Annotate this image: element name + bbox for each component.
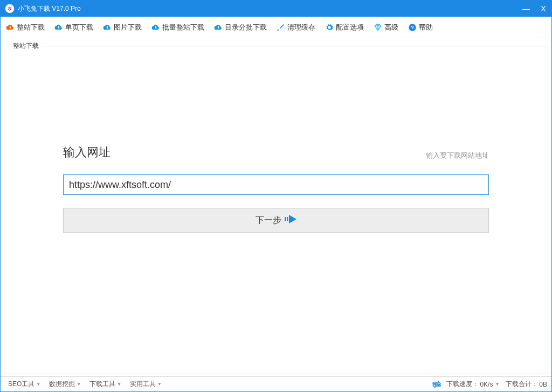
- help-icon: ?: [408, 23, 417, 32]
- toolbar-help[interactable]: ?帮助: [408, 23, 433, 32]
- toolbar-label: 图片下载: [114, 23, 142, 32]
- toolbar-advanced[interactable]: 高级: [374, 23, 398, 32]
- status-menu-download-tools[interactable]: 下载工具▼: [86, 380, 125, 389]
- toolbar-clear-cache[interactable]: 清理缓存: [277, 23, 315, 32]
- svg-point-1: [8, 9, 9, 10]
- url-label: 输入网址: [63, 144, 111, 160]
- status-menu-label: SEO工具: [8, 380, 34, 389]
- next-button[interactable]: 下一步: [63, 208, 489, 233]
- panel-title: 整站下载: [10, 41, 42, 51]
- download-panel: 整站下载 输入网址 输入要下载网站地址 下一步: [4, 46, 548, 374]
- brush-icon: [277, 23, 285, 32]
- main-toolbar: 整站下载单页下载图片下载批量整站下载目录分批下载清理缓存配置选项高级?帮助: [1, 17, 551, 38]
- chevron-down-icon[interactable]: ▼: [495, 382, 499, 387]
- url-input[interactable]: [63, 174, 489, 195]
- gear-icon: [325, 23, 334, 32]
- app-logo-icon: [5, 4, 15, 13]
- main-area: 整站下载 输入网址 输入要下载网站地址 下一步: [1, 38, 551, 376]
- toolbar-label: 配置选项: [336, 23, 364, 32]
- toolbar-label: 目录分批下载: [225, 23, 267, 32]
- svg-point-2: [10, 9, 11, 10]
- toolbar-whole-site[interactable]: 整站下载: [6, 23, 45, 32]
- svg-rect-5: [285, 217, 286, 221]
- diamond-icon: [374, 23, 382, 32]
- status-menu-utility-tools[interactable]: 实用工具▼: [127, 380, 165, 389]
- window-controls: — X: [522, 4, 547, 13]
- cloud-icon: [103, 23, 112, 32]
- close-button[interactable]: X: [540, 4, 547, 13]
- toolbar-batch-whole[interactable]: 批量整站下载: [151, 23, 204, 32]
- status-menu-label: 下载工具: [89, 380, 115, 389]
- toolbar-label: 帮助: [419, 23, 433, 32]
- toolbar-label: 批量整站下载: [162, 23, 204, 32]
- total-label: 下载合计：: [506, 380, 538, 389]
- minimize-button[interactable]: —: [522, 4, 530, 13]
- cloud-icon: [214, 23, 223, 32]
- status-menu-seo-tools[interactable]: SEO工具▼: [5, 380, 44, 389]
- toolbar-directory-batch[interactable]: 目录分批下载: [214, 23, 267, 32]
- transfer-icon: [432, 380, 441, 389]
- cloud-icon: [54, 23, 63, 32]
- chevron-down-icon: ▼: [117, 382, 121, 387]
- status-menu-label: 数据挖掘: [49, 380, 75, 389]
- cloud-icon: [6, 23, 15, 32]
- toolbar-image[interactable]: 图片下载: [103, 23, 142, 32]
- arrow-right-icon: [285, 215, 296, 226]
- cloud-icon: [151, 23, 160, 32]
- toolbar-label: 清理缓存: [287, 23, 315, 32]
- status-menu-data-mining[interactable]: 数据挖掘▼: [46, 380, 84, 389]
- svg-rect-6: [287, 217, 288, 221]
- chevron-down-icon: ▼: [36, 382, 40, 387]
- url-hint: 输入要下载网站地址: [426, 151, 489, 160]
- speed-value: 0K/s: [480, 381, 493, 388]
- status-bar: SEO工具▼数据挖掘▼下载工具▼实用工具▼ 下载速度： 0K/s ▼ 下载合计：…: [1, 376, 551, 391]
- next-button-label: 下一步: [256, 215, 281, 226]
- speed-label: 下载速度：: [446, 380, 479, 389]
- toolbar-single-page[interactable]: 单页下载: [54, 23, 93, 32]
- chevron-down-icon: ▼: [157, 382, 162, 387]
- toolbar-label: 整站下载: [17, 23, 45, 32]
- total-value: 0B: [539, 381, 547, 388]
- toolbar-label: 高级: [384, 23, 398, 32]
- chevron-down-icon: ▼: [77, 382, 81, 387]
- toolbar-config[interactable]: 配置选项: [325, 23, 364, 32]
- window-title: 小飞兔下载 V17.0 Pro: [18, 4, 522, 13]
- svg-text:?: ?: [411, 25, 414, 30]
- status-menu-label: 实用工具: [130, 380, 156, 389]
- toolbar-label: 单页下载: [65, 23, 93, 32]
- title-bar: 小飞兔下载 V17.0 Pro — X: [1, 1, 551, 17]
